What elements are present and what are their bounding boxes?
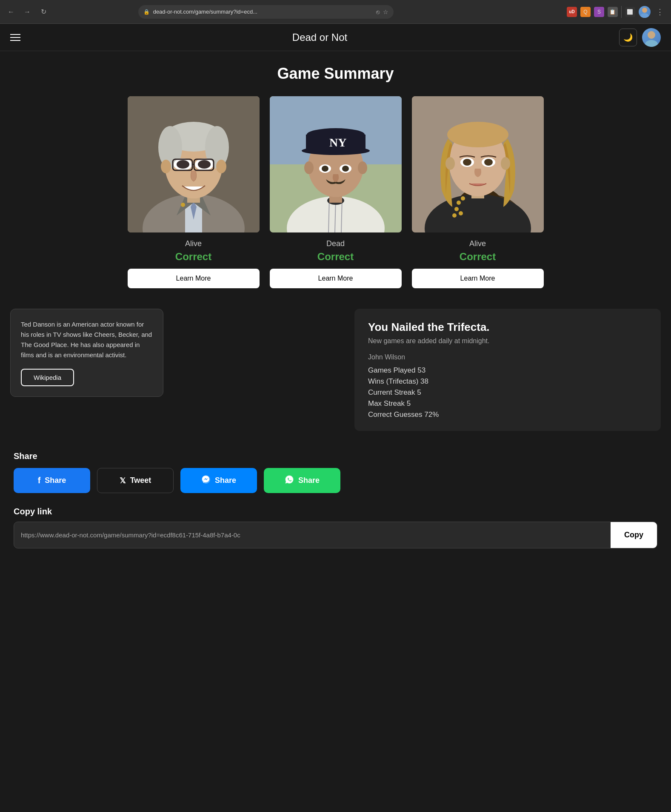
tooltip-popup: Ted Danson is an American actor known fo…	[10, 309, 163, 397]
svg-point-21	[198, 160, 211, 169]
correct-label-3: Correct	[460, 251, 496, 263]
svg-point-2	[648, 31, 655, 39]
stat-label-wins: Wins (Trifectas)	[368, 377, 420, 385]
wikipedia-button[interactable]: Wikipedia	[21, 369, 74, 386]
header-right: 🌙	[619, 28, 661, 47]
status-alive-3: Alive	[469, 239, 486, 248]
svg-point-57	[447, 122, 508, 147]
stat-label-current: Current Streak	[368, 388, 417, 396]
ext-split: ⬜	[625, 7, 635, 17]
whatsapp-share-label: Share	[298, 476, 320, 485]
nailed-subtitle: New games are added daily at midnight.	[368, 337, 647, 345]
svg-point-1	[640, 13, 649, 18]
baseball-portrait-svg: NY	[270, 96, 402, 232]
svg-point-17	[216, 160, 226, 173]
facebook-share-label: Share	[45, 476, 66, 485]
browser-chrome: ← → ↻ 🔒 dead-or-not.com/game/summary?id=…	[0, 0, 671, 24]
avatar-image	[639, 6, 651, 18]
stat-max-streak: Max Streak 5	[368, 399, 647, 408]
messenger-icon	[201, 475, 211, 486]
moon-icon: 🌙	[623, 33, 633, 42]
user-avatar-header[interactable]	[642, 28, 661, 47]
learn-more-button-2[interactable]: Learn More	[270, 269, 402, 288]
facebook-share-button[interactable]: f Share	[14, 468, 90, 493]
forward-icon: →	[24, 8, 31, 16]
share-label: Share	[14, 451, 657, 461]
user-avatar[interactable]	[639, 6, 651, 18]
stat-value-games: 53	[417, 366, 425, 374]
svg-point-42	[322, 166, 328, 172]
stat-value-current: 5	[417, 388, 421, 396]
svg-point-50	[457, 201, 461, 205]
menu-button[interactable]	[10, 34, 20, 41]
forward-button[interactable]: →	[21, 6, 33, 18]
lock-icon: 🔒	[143, 9, 150, 15]
person-card-melissa: Alive Correct Learn More	[412, 96, 544, 288]
ext-ext2: S	[594, 7, 604, 17]
menu-button[interactable]: ⋮	[654, 6, 666, 18]
svg-point-20	[177, 160, 189, 169]
status-dead-2: Dead	[326, 239, 345, 248]
refresh-button[interactable]: ↻	[37, 6, 49, 18]
x-twitter-icon: 𝕏	[120, 476, 126, 485]
share-section: Share f Share 𝕏 Tweet Share	[10, 451, 661, 548]
svg-point-43	[342, 166, 349, 172]
svg-point-59	[501, 157, 510, 170]
copy-link-input[interactable]	[14, 523, 611, 547]
stat-value-correct: 72%	[424, 410, 439, 419]
correct-label-2: Correct	[317, 251, 354, 263]
ext-ext3: 📋	[608, 7, 618, 17]
stat-wins: Wins (Trifectas) 38	[368, 377, 647, 386]
learn-more-button-1[interactable]: Learn More	[128, 269, 260, 288]
hamburger-line-1	[10, 34, 20, 35]
cards-row: Alive Correct Learn More	[10, 96, 661, 288]
melissa-portrait-svg	[412, 96, 544, 232]
main-content: Game Summary	[0, 51, 671, 562]
svg-point-3	[645, 40, 658, 47]
hamburger-line-3	[10, 40, 20, 41]
stat-games-played: Games Played 53	[368, 366, 647, 375]
whatsapp-share-button[interactable]: Share	[264, 468, 340, 493]
person-card-ted: Alive Correct Learn More	[128, 96, 260, 288]
learn-more-button-3[interactable]: Learn More	[412, 269, 544, 288]
svg-point-52	[454, 207, 459, 211]
refresh-icon: ↻	[41, 8, 46, 16]
copy-button[interactable]: Copy	[611, 522, 657, 548]
svg-point-44	[304, 161, 314, 174]
tooltip-text: Ted Danson is an American actor known fo…	[21, 319, 153, 360]
twitter-share-button[interactable]: 𝕏 Tweet	[97, 468, 174, 493]
messenger-share-label: Share	[215, 476, 236, 485]
whatsapp-icon	[285, 475, 294, 486]
person-photo-baseball: NY	[270, 96, 402, 232]
ext-ublock: uD	[567, 7, 577, 17]
dark-mode-button[interactable]: 🌙	[619, 29, 637, 46]
address-bar[interactable]: 🔒 dead-or-not.com/game/summary?id=ecd...…	[138, 5, 394, 19]
header-avatar-image	[642, 28, 661, 47]
stats-grid: Games Played 53 Wins (Trifectas) 38 Curr…	[368, 366, 647, 419]
back-icon: ←	[8, 8, 14, 16]
svg-point-51	[461, 196, 465, 201]
ted-portrait-svg	[128, 96, 260, 232]
svg-point-58	[445, 157, 455, 170]
stat-label-max: Max Streak	[368, 399, 407, 407]
app-title: Dead or Not	[292, 32, 347, 43]
person-photo-ted	[128, 96, 260, 232]
page-title: Game Summary	[10, 65, 661, 83]
hamburger-line-2	[10, 37, 20, 38]
messenger-share-button[interactable]: Share	[180, 468, 257, 493]
svg-point-45	[358, 161, 367, 174]
browser-extensions: uD Q S 📋 ⬜ ⋮	[567, 6, 666, 18]
stat-current-streak: Current Streak 5	[368, 388, 647, 397]
svg-point-53	[459, 211, 463, 215]
stat-label-correct: Correct Guesses	[368, 410, 424, 419]
share-buttons-row: f Share 𝕏 Tweet Share	[14, 468, 657, 493]
copy-link-label: Copy link	[14, 507, 657, 516]
facebook-icon: f	[38, 476, 41, 485]
url-text: dead-or-not.com/game/summary?id=ecd...	[153, 9, 373, 15]
nailed-title: You Nailed the Trifecta.	[368, 321, 647, 334]
stats-username: John Wilson	[368, 353, 647, 361]
back-button[interactable]: ←	[5, 6, 17, 18]
divider	[621, 6, 622, 18]
status-alive-1: Alive	[185, 239, 202, 248]
star-icon: ☆	[383, 9, 388, 15]
